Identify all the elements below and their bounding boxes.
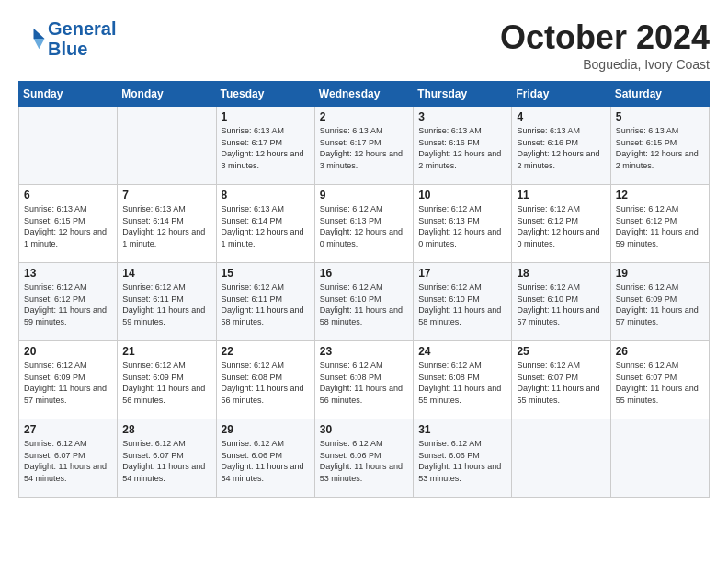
day-number: 10 bbox=[418, 189, 506, 201]
calendar-cell bbox=[512, 419, 610, 498]
day-number: 1 bbox=[222, 110, 310, 123]
day-info: Sunrise: 6:13 AM Sunset: 6:14 PM Dayligh… bbox=[222, 203, 310, 249]
day-info: Sunrise: 6:13 AM Sunset: 6:16 PM Dayligh… bbox=[517, 125, 605, 171]
day-info: Sunrise: 6:12 AM Sunset: 6:06 PM Dayligh… bbox=[222, 438, 310, 484]
day-info: Sunrise: 6:12 AM Sunset: 6:12 PM Dayligh… bbox=[616, 203, 704, 249]
day-info: Sunrise: 6:12 AM Sunset: 6:08 PM Dayligh… bbox=[418, 360, 506, 406]
day-info: Sunrise: 6:12 AM Sunset: 6:09 PM Dayligh… bbox=[122, 360, 210, 406]
calendar-cell: 9Sunrise: 6:12 AM Sunset: 6:13 PM Daylig… bbox=[314, 185, 413, 263]
calendar-cell: 23Sunrise: 6:12 AM Sunset: 6:08 PM Dayli… bbox=[314, 341, 413, 419]
day-number: 2 bbox=[320, 110, 408, 123]
day-number: 7 bbox=[122, 189, 210, 201]
day-number: 3 bbox=[418, 110, 506, 123]
calendar-cell: 21Sunrise: 6:12 AM Sunset: 6:09 PM Dayli… bbox=[118, 341, 216, 419]
calendar-cell: 22Sunrise: 6:12 AM Sunset: 6:08 PM Dayli… bbox=[216, 341, 314, 419]
day-info: Sunrise: 6:12 AM Sunset: 6:11 PM Dayligh… bbox=[222, 282, 310, 327]
calendar-cell: 3Sunrise: 6:13 AM Sunset: 6:16 PM Daylig… bbox=[414, 107, 512, 185]
day-number: 4 bbox=[517, 110, 605, 123]
day-info: Sunrise: 6:12 AM Sunset: 6:07 PM Dayligh… bbox=[616, 360, 704, 406]
calendar-body: 1Sunrise: 6:13 AM Sunset: 6:17 PM Daylig… bbox=[19, 107, 710, 498]
day-number: 28 bbox=[122, 423, 210, 436]
day-info: Sunrise: 6:12 AM Sunset: 6:11 PM Dayligh… bbox=[122, 282, 210, 327]
day-info: Sunrise: 6:13 AM Sunset: 6:17 PM Dayligh… bbox=[320, 125, 408, 171]
day-info: Sunrise: 6:13 AM Sunset: 6:17 PM Dayligh… bbox=[222, 125, 310, 171]
calendar-cell: 26Sunrise: 6:12 AM Sunset: 6:07 PM Dayli… bbox=[610, 341, 709, 419]
calendar-cell: 18Sunrise: 6:12 AM Sunset: 6:10 PM Dayli… bbox=[512, 263, 610, 341]
calendar-table: SundayMondayTuesdayWednesdayThursdayFrid… bbox=[18, 81, 710, 498]
day-info: Sunrise: 6:12 AM Sunset: 6:07 PM Dayligh… bbox=[122, 438, 210, 484]
calendar-cell: 7Sunrise: 6:13 AM Sunset: 6:14 PM Daylig… bbox=[118, 185, 216, 263]
title-block: October 2024 Boguedia, Ivory Coast bbox=[500, 18, 710, 72]
calendar-cell: 11Sunrise: 6:12 AM Sunset: 6:12 PM Dayli… bbox=[512, 185, 610, 263]
day-number: 6 bbox=[24, 189, 112, 201]
calendar-week-row: 13Sunrise: 6:12 AM Sunset: 6:12 PM Dayli… bbox=[19, 263, 710, 341]
calendar-week-row: 20Sunrise: 6:12 AM Sunset: 6:09 PM Dayli… bbox=[19, 341, 710, 419]
calendar-cell: 19Sunrise: 6:12 AM Sunset: 6:09 PM Dayli… bbox=[610, 263, 709, 341]
svg-marker-0 bbox=[34, 29, 45, 39]
calendar-week-row: 6Sunrise: 6:13 AM Sunset: 6:15 PM Daylig… bbox=[19, 185, 710, 263]
day-number: 15 bbox=[222, 267, 310, 280]
day-number: 27 bbox=[24, 423, 112, 436]
day-info: Sunrise: 6:12 AM Sunset: 6:09 PM Dayligh… bbox=[616, 282, 704, 327]
day-number: 8 bbox=[222, 189, 310, 201]
calendar-cell: 17Sunrise: 6:12 AM Sunset: 6:10 PM Dayli… bbox=[414, 263, 512, 341]
location: Boguedia, Ivory Coast bbox=[500, 57, 710, 72]
logo-line2: Blue bbox=[48, 39, 87, 59]
calendar-cell: 30Sunrise: 6:12 AM Sunset: 6:06 PM Dayli… bbox=[314, 419, 413, 498]
day-number: 16 bbox=[320, 267, 408, 280]
calendar-cell: 29Sunrise: 6:12 AM Sunset: 6:06 PM Dayli… bbox=[216, 419, 314, 498]
calendar-header-cell: Sunday bbox=[19, 82, 118, 107]
day-number: 9 bbox=[320, 189, 408, 201]
calendar-header-cell: Saturday bbox=[610, 82, 709, 107]
day-info: Sunrise: 6:13 AM Sunset: 6:16 PM Dayligh… bbox=[418, 125, 506, 171]
day-info: Sunrise: 6:12 AM Sunset: 6:08 PM Dayligh… bbox=[320, 360, 408, 406]
calendar-cell: 8Sunrise: 6:13 AM Sunset: 6:14 PM Daylig… bbox=[216, 185, 314, 263]
day-number: 18 bbox=[517, 267, 605, 280]
day-info: Sunrise: 6:12 AM Sunset: 6:12 PM Dayligh… bbox=[24, 282, 112, 327]
day-info: Sunrise: 6:12 AM Sunset: 6:08 PM Dayligh… bbox=[222, 360, 310, 406]
calendar-cell: 12Sunrise: 6:12 AM Sunset: 6:12 PM Dayli… bbox=[610, 185, 709, 263]
logo-text: General Blue bbox=[48, 18, 116, 59]
calendar-cell: 24Sunrise: 6:12 AM Sunset: 6:08 PM Dayli… bbox=[414, 341, 512, 419]
day-number: 13 bbox=[24, 267, 112, 280]
calendar-cell: 20Sunrise: 6:12 AM Sunset: 6:09 PM Dayli… bbox=[19, 341, 118, 419]
logo: General Blue bbox=[18, 18, 116, 59]
calendar-cell: 31Sunrise: 6:12 AM Sunset: 6:06 PM Dayli… bbox=[414, 419, 512, 498]
day-number: 20 bbox=[24, 345, 112, 358]
calendar-header-cell: Thursday bbox=[414, 82, 512, 107]
logo-icon bbox=[18, 25, 46, 52]
day-number: 12 bbox=[616, 189, 704, 201]
day-info: Sunrise: 6:12 AM Sunset: 6:10 PM Dayligh… bbox=[517, 282, 605, 327]
day-info: Sunrise: 6:12 AM Sunset: 6:13 PM Dayligh… bbox=[320, 203, 408, 249]
day-number: 22 bbox=[222, 345, 310, 358]
calendar-header-cell: Wednesday bbox=[314, 82, 413, 107]
calendar-cell: 10Sunrise: 6:12 AM Sunset: 6:13 PM Dayli… bbox=[414, 185, 512, 263]
calendar-header-row: SundayMondayTuesdayWednesdayThursdayFrid… bbox=[19, 82, 710, 107]
day-number: 29 bbox=[222, 423, 310, 436]
day-info: Sunrise: 6:12 AM Sunset: 6:09 PM Dayligh… bbox=[24, 360, 112, 406]
day-number: 23 bbox=[320, 345, 408, 358]
day-info: Sunrise: 6:12 AM Sunset: 6:07 PM Dayligh… bbox=[517, 360, 605, 406]
day-info: Sunrise: 6:12 AM Sunset: 6:13 PM Dayligh… bbox=[418, 203, 506, 249]
day-number: 17 bbox=[418, 267, 506, 280]
calendar-cell bbox=[610, 419, 709, 498]
calendar-cell: 16Sunrise: 6:12 AM Sunset: 6:10 PM Dayli… bbox=[314, 263, 413, 341]
calendar-cell: 15Sunrise: 6:12 AM Sunset: 6:11 PM Dayli… bbox=[216, 263, 314, 341]
page-header: General Blue October 2024 Boguedia, Ivor… bbox=[18, 18, 710, 72]
calendar-cell: 27Sunrise: 6:12 AM Sunset: 6:07 PM Dayli… bbox=[19, 419, 118, 498]
calendar-cell: 25Sunrise: 6:12 AM Sunset: 6:07 PM Dayli… bbox=[512, 341, 610, 419]
day-info: Sunrise: 6:13 AM Sunset: 6:15 PM Dayligh… bbox=[616, 125, 704, 171]
day-number: 21 bbox=[122, 345, 210, 358]
calendar-header-cell: Tuesday bbox=[216, 82, 314, 107]
day-number: 14 bbox=[122, 267, 210, 280]
calendar-cell bbox=[19, 107, 118, 185]
day-info: Sunrise: 6:13 AM Sunset: 6:14 PM Dayligh… bbox=[122, 203, 210, 249]
day-number: 26 bbox=[616, 345, 704, 358]
calendar-week-row: 27Sunrise: 6:12 AM Sunset: 6:07 PM Dayli… bbox=[19, 419, 710, 498]
day-number: 5 bbox=[616, 110, 704, 123]
calendar-cell: 4Sunrise: 6:13 AM Sunset: 6:16 PM Daylig… bbox=[512, 107, 610, 185]
day-number: 11 bbox=[517, 189, 605, 201]
day-number: 19 bbox=[616, 267, 704, 280]
day-info: Sunrise: 6:13 AM Sunset: 6:15 PM Dayligh… bbox=[24, 203, 112, 249]
calendar-cell: 1Sunrise: 6:13 AM Sunset: 6:17 PM Daylig… bbox=[216, 107, 314, 185]
